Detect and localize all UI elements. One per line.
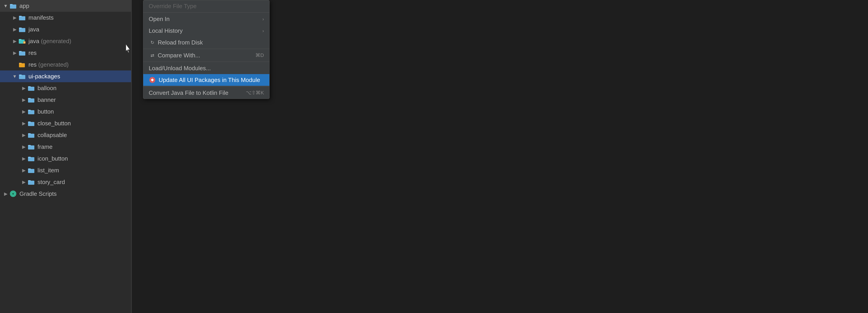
folder-icon-icon-button xyxy=(27,155,35,162)
folder-icon-ui-packages xyxy=(18,73,26,80)
svg-rect-4 xyxy=(19,16,22,17)
menu-item-convert-java[interactable]: Convert Java File to Kotlin File ⌥⇧⌘K xyxy=(143,87,269,99)
folder-icon-button xyxy=(27,108,35,115)
folder-icon-collapsable xyxy=(27,132,35,138)
menu-divider-1 xyxy=(143,12,269,13)
tree-item-balloon[interactable]: ▶ balloon xyxy=(0,82,131,94)
menu-label-reload-from-disk: Reload from Disk xyxy=(158,39,264,46)
menu-divider-3 xyxy=(143,62,269,62)
tree-label-res-generated: res (generated) xyxy=(29,61,131,68)
tree-label-icon-button: icon_button xyxy=(37,155,131,162)
svg-rect-32 xyxy=(28,169,31,170)
svg-rect-2 xyxy=(10,4,13,5)
expand-arrow-manifests: ▶ xyxy=(11,15,18,20)
tree-item-close-button[interactable]: ▶ close_button xyxy=(0,117,131,129)
tree-label-frame: frame xyxy=(37,143,131,150)
menu-label-local-history: Local History xyxy=(149,27,262,34)
tree-item-list-item[interactable]: ▶ list_item xyxy=(0,164,131,176)
menu-divider-4 xyxy=(143,86,269,86)
tree-item-icon-button[interactable]: ▶ icon_button xyxy=(0,153,131,164)
tree-label-res: res xyxy=(29,49,131,57)
tree-item-ui-packages[interactable]: ▼ ui-packages xyxy=(0,70,131,82)
svg-rect-34 xyxy=(28,180,31,181)
expand-arrow-balloon: ▶ xyxy=(20,85,27,91)
tree-label-close-button: close_button xyxy=(37,120,131,127)
expand-arrow-gradle: ▶ xyxy=(2,191,9,197)
svg-rect-6 xyxy=(19,28,22,29)
tree-label-java-generated: java (generated) xyxy=(29,38,131,45)
expand-arrow-collapsable: ▶ xyxy=(20,132,27,138)
tree-item-app[interactable]: ▼ app xyxy=(0,0,131,12)
compare-icon: ⇄ xyxy=(149,52,156,59)
menu-item-reload-from-disk[interactable]: ↻ Reload from Disk xyxy=(143,37,269,48)
tree-item-story-card[interactable]: ▶ story_card xyxy=(0,176,131,188)
folder-icon-list-item xyxy=(27,167,35,174)
svg-rect-22 xyxy=(28,110,31,111)
shortcut-convert-java: ⌥⇧⌘K xyxy=(246,90,264,96)
folder-icon-story-card xyxy=(27,179,35,185)
tree-label-app: app xyxy=(20,2,131,9)
folder-icon-close-button xyxy=(27,120,35,127)
tree-label-list-item: list_item xyxy=(37,167,131,174)
main-content-area: Override File Type Open In › Local Histo… xyxy=(132,0,868,313)
menu-item-compare-with[interactable]: ⇄ Compare With... ⌘D xyxy=(143,49,269,61)
folder-icon-app xyxy=(9,2,17,9)
svg-rect-26 xyxy=(28,133,31,134)
menu-label-update-all-ui: Update All UI Packages in This Module xyxy=(159,76,264,83)
menu-label-override-file-type: Override File Type xyxy=(149,3,264,10)
menu-item-local-history[interactable]: Local History › xyxy=(143,25,269,37)
folder-icon-frame xyxy=(27,143,35,150)
tree-label-story-card: story_card xyxy=(37,179,131,186)
menu-label-open-in: Open In xyxy=(149,15,262,23)
expand-arrow-res: ▶ xyxy=(11,50,18,56)
tree-item-collapsable[interactable]: ▶ collapsable xyxy=(0,129,131,141)
plugin-icon xyxy=(149,76,156,83)
tree-item-frame[interactable]: ▶ frame xyxy=(0,141,131,153)
tree-item-gradle[interactable]: ▶ Gradle Scripts xyxy=(0,188,131,200)
menu-label-convert-java: Convert Java File to Kotlin File xyxy=(149,90,246,97)
tree-item-button[interactable]: ▶ button xyxy=(0,106,131,117)
tree-item-java-generated[interactable]: ▶ J java (generated) xyxy=(0,35,131,47)
expand-arrow-java: ▶ xyxy=(11,27,18,32)
folder-icon-java xyxy=(18,26,26,33)
menu-item-override-file-type[interactable]: Override File Type xyxy=(143,0,269,12)
svg-rect-42 xyxy=(151,79,154,81)
expand-arrow-banner: ▶ xyxy=(20,97,27,103)
expand-arrow-icon-button: ▶ xyxy=(20,156,27,161)
folder-icon-res-generated xyxy=(18,61,26,68)
expand-arrow-ui-packages: ▼ xyxy=(11,74,18,79)
file-tree-sidebar: ▼ app ▶ manifests ▶ java ▶ J xyxy=(0,0,131,313)
tree-label-manifests: manifests xyxy=(29,14,131,21)
folder-icon-manifests xyxy=(18,14,26,21)
menu-item-open-in[interactable]: Open In › xyxy=(143,13,269,25)
svg-rect-12 xyxy=(19,51,22,52)
menu-label-compare-with: Compare With... xyxy=(158,52,255,59)
tree-item-res[interactable]: ▶ res xyxy=(0,47,131,59)
svg-rect-16 xyxy=(19,74,22,76)
tree-item-banner[interactable]: ▶ banner xyxy=(0,94,131,106)
folder-icon-balloon xyxy=(27,85,35,92)
expand-arrow-app: ▼ xyxy=(2,3,9,8)
menu-item-update-all-ui[interactable]: Update All UI Packages in This Module xyxy=(143,74,269,86)
svg-rect-18 xyxy=(28,86,31,88)
tree-item-res-generated[interactable]: ▶ res (generated) xyxy=(0,59,131,70)
menu-label-load-unload: Load/Unload Modules... xyxy=(149,65,264,72)
tree-label-gradle: Gradle Scripts xyxy=(20,190,131,197)
menu-item-load-unload[interactable]: Load/Unload Modules... xyxy=(143,62,269,74)
chevron-icon-local-history: › xyxy=(262,28,264,33)
svg-rect-14 xyxy=(19,63,22,64)
svg-text:J: J xyxy=(24,41,25,44)
tree-label-ui-packages: ui-packages xyxy=(29,73,131,80)
tree-item-java[interactable]: ▶ java xyxy=(0,24,131,35)
shortcut-compare-with: ⌘D xyxy=(255,53,264,58)
tree-label-button: button xyxy=(37,108,131,115)
reload-icon: ↻ xyxy=(149,39,156,46)
svg-rect-20 xyxy=(28,98,31,99)
svg-rect-8 xyxy=(19,39,22,40)
svg-rect-28 xyxy=(28,145,31,146)
menu-divider-2 xyxy=(143,49,269,49)
expand-arrow-java-generated: ▶ xyxy=(11,38,18,44)
tree-item-manifests[interactable]: ▶ manifests xyxy=(0,12,131,24)
tree-label-banner: banner xyxy=(37,97,131,103)
folder-icon-res xyxy=(18,49,26,56)
